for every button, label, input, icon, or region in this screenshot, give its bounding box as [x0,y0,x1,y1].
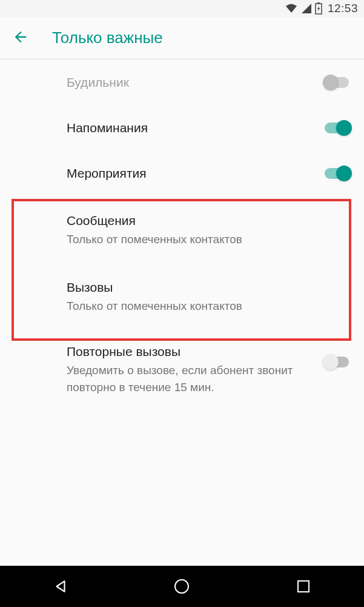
status-bar: 12:53 [0,0,364,17]
nav-recent-button[interactable] [279,579,328,594]
setting-reminders[interactable]: Напоминания [0,105,364,150]
svg-point-2 [175,580,188,593]
setting-title: Напоминания [67,119,317,136]
status-time: 12:53 [328,2,358,15]
nav-back-button[interactable] [36,578,85,594]
page-title: Только важные [52,29,163,47]
setting-calls[interactable]: Вызовы Только от помеченных контактов [0,263,364,329]
switch-repeat-calls[interactable] [323,354,351,371]
setting-title: Будильник [67,73,317,91]
setting-subtitle: Только от помеченных контактов [67,231,345,248]
switch-reminders[interactable] [323,119,351,136]
nav-home-button[interactable] [157,577,206,595]
back-arrow-icon[interactable] [12,29,29,48]
setting-title: Сообщения [67,212,345,229]
battery-icon [315,2,322,15]
svg-rect-3 [298,581,309,592]
settings-list: Будильник Напоминания Мероприятия Сообще… [0,59,364,407]
wifi-icon [285,3,298,14]
setting-title: Мероприятия [67,164,317,182]
setting-messages[interactable]: Сообщения Только от помеченных контактов [0,196,364,263]
setting-subtitle: Уведомить о вызове, если абонент звонит … [67,362,317,395]
switch-events[interactable] [323,165,351,182]
app-bar: Только важные [0,17,364,59]
setting-title: Вызовы [67,278,345,296]
setting-title: Повторные вызовы [67,343,317,360]
navigation-bar [0,566,364,607]
setting-subtitle: Только от помеченных контактов [67,298,345,315]
setting-events[interactable]: Мероприятия [0,150,364,196]
setting-alarm[interactable]: Будильник [0,59,364,105]
setting-repeat-calls[interactable]: Повторные вызовы Уведомить о вызове, есл… [0,329,364,407]
switch-alarm [323,74,351,91]
signal-icon [301,3,312,14]
